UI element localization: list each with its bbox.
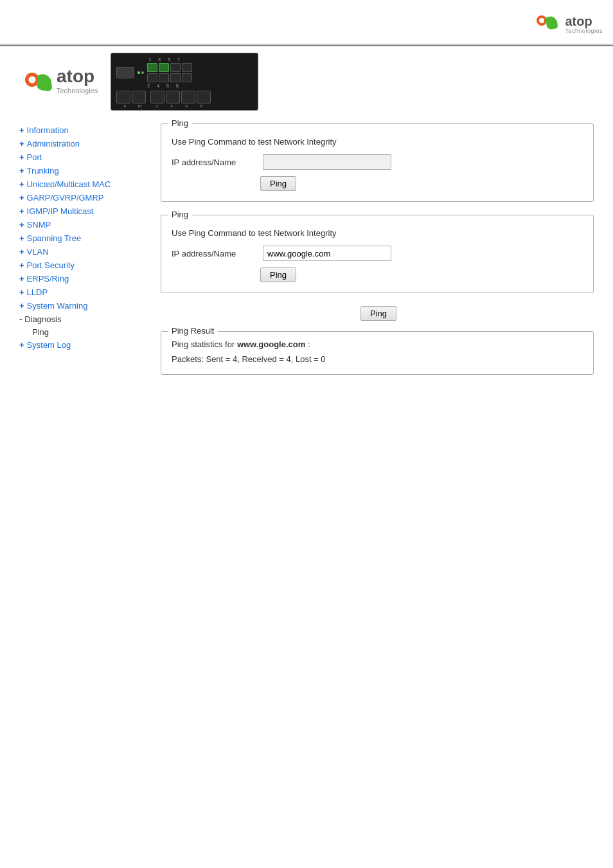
standalone-ping-button[interactable]: Ping [360, 306, 396, 321]
top-ip-input[interactable] [263, 154, 391, 170]
main-ping-legend: Ping [168, 210, 192, 219]
header-atop-icon [531, 13, 562, 36]
top-ip-label: IP address/Name [172, 158, 255, 167]
sidebar-prefix-unicast: + [19, 179, 24, 189]
sidebar-item-spanning-tree[interactable]: + Spanning Tree [19, 231, 148, 245]
sidebar-prefix-snmp: + [19, 220, 24, 230]
port-7 [182, 63, 192, 72]
main-ip-input[interactable] [263, 246, 391, 261]
top-ping-panel: Ping Use Ping Command to test Network In… [161, 123, 594, 202]
top-ping-description: Use Ping Command to test Network Integri… [172, 137, 583, 147]
top-ping-button[interactable]: Ping [260, 176, 296, 191]
sidebar-item-port-security[interactable]: + Port Security [19, 258, 148, 272]
content-area: Ping Use Ping Command to test Network In… [161, 123, 594, 375]
ping-result-legend: Ping Result [168, 326, 218, 336]
ping-stat-suffix: : [305, 339, 310, 349]
sidebar-prefix-port: + [19, 152, 24, 162]
sidebar-prefix-trunking: + [19, 166, 24, 176]
sidebar-item-port[interactable]: + Port [19, 150, 148, 164]
sidebar-label-lldp: LLDP [27, 287, 48, 297]
svg-point-1 [539, 18, 544, 23]
port-2 [147, 73, 157, 82]
sidebar-label-spanning-tree: Spanning Tree [27, 233, 82, 243]
sidebar-item-lldp[interactable]: + LLDP [19, 285, 148, 299]
sidebar-item-snmp[interactable]: + SNMP [19, 218, 148, 231]
sidebar-item-vlan[interactable]: + VLAN [19, 245, 148, 258]
ping-packets-line: Packets: Sent = 4, Received = 4, Lost = … [172, 354, 583, 364]
sidebar-item-diagnosis[interactable]: - Diagnosis [19, 312, 148, 326]
sidebar-prefix-information: + [19, 125, 24, 135]
sidebar-subitem-ping-label: Ping [32, 327, 49, 337]
sidebar-label-system-warning: System Warning [27, 301, 88, 311]
ping-stat-host: www.google.com [237, 339, 305, 349]
sidebar-label-administration: Administration [27, 139, 80, 149]
port-1 [147, 63, 157, 72]
ping-stat-prefix: Ping statistics for [172, 339, 237, 349]
sidebar-label-vlan: VLAN [27, 247, 49, 257]
sidebar-prefix-igmp: + [19, 206, 24, 216]
sidebar-prefix-garp: + [19, 193, 24, 203]
sidebar-item-garp[interactable]: + GARP/GVRP/GMRP [19, 191, 148, 204]
top-section: atop Technologies 1 3 5 7 [0, 46, 613, 111]
main-container: + Information + Administration + Port + … [0, 111, 613, 388]
big-port-9 [116, 91, 130, 104]
sidebar-label-trunking: Trunking [27, 166, 59, 176]
main-ip-label: IP address/Name [172, 249, 255, 258]
ping-stat-line: Ping statistics for www.google.com : [172, 339, 583, 349]
sidebar-prefix-system-warning: + [19, 301, 24, 311]
big-port-2 [150, 91, 164, 104]
sidebar-label-erps: ERPS/Ring [27, 274, 69, 284]
header-logo-text: atop [565, 15, 592, 28]
sidebar-label-port: Port [27, 152, 42, 162]
port-6 [170, 73, 181, 82]
main-ping-panel: Ping Use Ping Command to test Network In… [161, 215, 594, 293]
sidebar-item-administration[interactable]: + Administration [19, 137, 148, 150]
main-form-row: IP address/Name [172, 246, 583, 261]
led-1 [138, 71, 140, 74]
sidebar-item-igmp[interactable]: + IGMP/IP Multicast [19, 204, 148, 218]
port-4 [159, 73, 169, 82]
top-form-row: IP address/Name [172, 154, 583, 170]
header-logo: atop Technologies [531, 13, 603, 36]
ping-result-panel: Ping Result Ping statistics for www.goog… [161, 331, 594, 375]
sidebar-prefix-lldp: + [19, 287, 24, 297]
sidebar-label-snmp: SNMP [27, 220, 51, 230]
sidebar-item-trunking[interactable]: + Trunking [19, 164, 148, 177]
port-3 [159, 63, 169, 72]
sidebar-prefix-diagnosis: - [19, 314, 22, 324]
sidebar: + Information + Administration + Port + … [19, 123, 148, 375]
sidebar-item-system-log[interactable]: + System Log [19, 338, 148, 352]
svg-point-5 [43, 82, 52, 91]
top-ping-legend: Ping [168, 118, 192, 128]
big-port-8 [197, 91, 211, 104]
big-port-4 [166, 91, 180, 104]
sidebar-label-unicast: Unicast/Multicast MAC [27, 179, 111, 189]
sidebar-subitem-ping[interactable]: Ping [19, 326, 148, 338]
sidebar-prefix-spanning-tree: + [19, 233, 24, 243]
port-5 [170, 63, 181, 72]
sidebar-prefix-administration: + [19, 139, 24, 149]
svg-point-2 [551, 23, 558, 29]
sidebar-label-port-security: Port Security [27, 260, 75, 270]
sidebar-item-information[interactable]: + Information [19, 123, 148, 137]
top-logo-text: atop [57, 66, 94, 87]
sidebar-item-erps-ring[interactable]: + ERPS/Ring [19, 272, 148, 285]
device-leds [138, 71, 144, 74]
sidebar-prefix-port-security: + [19, 260, 24, 270]
header-logo-sub: Technologies [565, 28, 603, 34]
svg-point-4 [29, 77, 36, 84]
sidebar-prefix-system-log: + [19, 340, 24, 350]
sidebar-label-igmp: IGMP/IP Multicast [27, 206, 94, 216]
device-sfp [116, 67, 134, 78]
main-ping-button[interactable]: Ping [260, 267, 296, 282]
sidebar-prefix-erps: + [19, 274, 24, 284]
led-2 [141, 71, 144, 74]
top-logo-icon [19, 70, 55, 97]
device-image: 1 3 5 7 [111, 53, 258, 111]
sidebar-label-system-log: System Log [27, 340, 71, 350]
big-port-6 [181, 91, 195, 104]
header: atop Technologies [0, 0, 613, 45]
sidebar-item-unicast-multicast-mac[interactable]: + Unicast/Multicast MAC [19, 177, 148, 191]
sidebar-label-information: Information [27, 125, 69, 135]
sidebar-item-system-warning[interactable]: + System Warning [19, 299, 148, 312]
